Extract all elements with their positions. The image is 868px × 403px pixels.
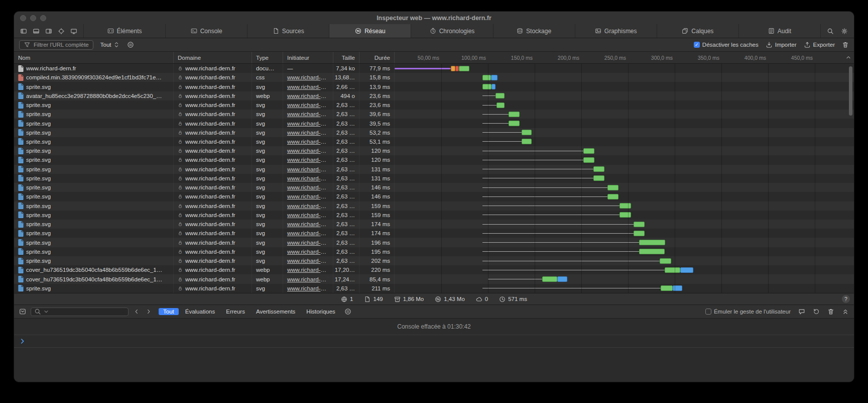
table-row[interactable]: sprite.svgwww.richard-dern.frsvgwww.rich… bbox=[14, 137, 854, 146]
export-button[interactable]: Exporter bbox=[804, 41, 835, 48]
next-result-button[interactable] bbox=[145, 308, 152, 315]
console-prompt[interactable] bbox=[14, 335, 854, 348]
dock-bottom-button[interactable] bbox=[33, 28, 40, 35]
initiator-link[interactable]: www.richard-d… bbox=[287, 74, 329, 80]
table-row[interactable]: www.richard-dern.frwww.richard-dern.frdo… bbox=[14, 64, 854, 73]
table-row[interactable]: sprite.svgwww.richard-dern.frsvgwww.rich… bbox=[14, 284, 854, 293]
tab-graphics[interactable]: Graphismes bbox=[575, 24, 657, 38]
device-settings-button[interactable] bbox=[70, 28, 77, 35]
initiator-link[interactable]: www.richard-d… bbox=[287, 84, 329, 90]
initiator-link[interactable]: www.richard-d… bbox=[287, 184, 329, 190]
table-row[interactable]: compiled.min.38390909f303624ed9e1cf1bd3f… bbox=[14, 73, 854, 82]
resource-type-select[interactable]: Tout bbox=[98, 41, 122, 48]
search-icon[interactable] bbox=[827, 28, 834, 35]
initiator-link[interactable]: www.richard-d… bbox=[287, 258, 329, 264]
minimize-window-button[interactable] bbox=[30, 15, 36, 21]
table-row[interactable]: sprite.svgwww.richard-dern.frsvgwww.rich… bbox=[14, 128, 854, 137]
console-drawer-icon[interactable] bbox=[798, 308, 805, 315]
console-options-icon[interactable] bbox=[344, 308, 351, 315]
tab-audit[interactable]: Audit bbox=[738, 24, 820, 38]
initiator-link[interactable]: www.richard-d… bbox=[287, 285, 329, 291]
table-row[interactable]: sprite.svgwww.richard-dern.frsvgwww.rich… bbox=[14, 247, 854, 256]
table-row[interactable]: sprite.svgwww.richard-dern.frsvgwww.rich… bbox=[14, 229, 854, 238]
initiator-link[interactable]: www.richard-d… bbox=[287, 267, 329, 273]
initiator-link[interactable]: www.richard-d… bbox=[287, 276, 329, 282]
console-empty-area[interactable] bbox=[14, 348, 854, 382]
table-row[interactable]: sprite.svgwww.richard-dern.frsvgwww.rich… bbox=[14, 220, 854, 229]
table-row[interactable]: sprite.svgwww.richard-dern.frsvgwww.rich… bbox=[14, 82, 854, 91]
tab-layers[interactable]: Calques bbox=[657, 24, 738, 38]
gear-icon[interactable] bbox=[841, 28, 848, 35]
table-row[interactable]: sprite.svgwww.richard-dern.frsvgwww.rich… bbox=[14, 238, 854, 247]
tab-network[interactable]: Réseau bbox=[329, 24, 411, 38]
table-row[interactable]: sprite.svgwww.richard-dern.frsvgwww.rich… bbox=[14, 192, 854, 201]
dock-left-button[interactable] bbox=[20, 28, 27, 35]
table-row[interactable]: sprite.svgwww.richard-dern.frsvgwww.rich… bbox=[14, 146, 854, 155]
column-header-initiator[interactable]: Initiateur bbox=[283, 52, 333, 63]
expand-console-icon[interactable] bbox=[842, 308, 849, 315]
column-header-type[interactable]: Type bbox=[252, 52, 283, 63]
table-row[interactable]: sprite.svgwww.richard-dern.frsvgwww.rich… bbox=[14, 155, 854, 164]
table-row[interactable]: cover_hu736519dc3b5040cfa48b6b559b6de6ec… bbox=[14, 265, 854, 274]
emulate-user-gesture-checkbox[interactable]: Émuler le geste de l'utilisateur bbox=[705, 309, 791, 315]
table-row[interactable]: cover_hu736519dc3b5040cfa48b6b559b6de6ec… bbox=[14, 274, 854, 283]
initiator-link[interactable]: www.richard-d… bbox=[287, 157, 329, 163]
initiator-link[interactable]: www.richard-d… bbox=[287, 111, 329, 117]
initiator-link[interactable]: www.richard-d… bbox=[287, 139, 329, 145]
tab-console[interactable]: Console bbox=[165, 24, 247, 38]
tab-storage[interactable]: Stockage bbox=[493, 24, 575, 38]
filter-options-icon[interactable] bbox=[127, 41, 134, 48]
initiator-link[interactable]: www.richard-d… bbox=[287, 193, 329, 199]
initiator-link[interactable]: www.richard-d… bbox=[287, 221, 329, 227]
console-search-input[interactable] bbox=[31, 308, 129, 316]
table-row[interactable]: sprite.svgwww.richard-dern.frsvgwww.rich… bbox=[14, 165, 854, 174]
initiator-link[interactable]: www.richard-d… bbox=[287, 212, 329, 218]
help-button[interactable]: ? bbox=[842, 295, 850, 303]
table-row[interactable]: sprite.svgwww.richard-dern.frsvgwww.rich… bbox=[14, 256, 854, 265]
tab-elements[interactable]: Éléments bbox=[83, 24, 165, 38]
console-scope-erreurs[interactable]: Erreurs bbox=[221, 308, 250, 315]
initiator-link[interactable]: www.richard-d… bbox=[287, 93, 329, 99]
console-scope-avertissements[interactable]: Avertissements bbox=[252, 308, 300, 315]
vertical-scrollbar[interactable] bbox=[849, 66, 852, 116]
table-row[interactable]: sprite.svgwww.richard-dern.frsvgwww.rich… bbox=[14, 174, 854, 183]
column-header-duration[interactable]: Durée bbox=[359, 52, 395, 63]
scroll-top-icon[interactable] bbox=[845, 54, 852, 61]
initiator-link[interactable]: www.richard-d… bbox=[287, 203, 329, 209]
table-row[interactable]: sprite.svgwww.richard-dern.frsvgwww.rich… bbox=[14, 110, 854, 119]
table-row[interactable]: avatar_hu85ecc3e298728880b0bde2dcc4e5c23… bbox=[14, 91, 854, 100]
console-scope-historiques[interactable]: Historiques bbox=[302, 308, 340, 315]
column-header-size[interactable]: Taille bbox=[333, 52, 359, 63]
import-button[interactable]: Importer bbox=[766, 41, 797, 48]
initiator-link[interactable]: www.richard-d… bbox=[287, 130, 329, 136]
zoom-window-button[interactable] bbox=[40, 15, 46, 21]
initiator-link[interactable]: www.richard-d… bbox=[287, 240, 329, 246]
dock-right-button[interactable] bbox=[45, 28, 52, 35]
table-row[interactable]: sprite.svgwww.richard-dern.frsvgwww.rich… bbox=[14, 119, 854, 128]
url-filter-input[interactable]: Filtrer l'URL complète bbox=[19, 40, 93, 50]
table-row[interactable]: sprite.svgwww.richard-dern.frsvgwww.rich… bbox=[14, 201, 854, 211]
initiator-link[interactable]: www.richard-d… bbox=[287, 249, 329, 255]
table-row[interactable]: sprite.svgwww.richard-dern.frsvgwww.rich… bbox=[14, 211, 854, 220]
disable-caches-checkbox[interactable]: ✓ Désactiver les caches bbox=[694, 42, 759, 48]
history-icon[interactable] bbox=[813, 308, 820, 315]
tab-sources[interactable]: Sources bbox=[247, 24, 329, 38]
close-window-button[interactable] bbox=[20, 15, 26, 21]
console-filter-icon[interactable] bbox=[19, 308, 26, 315]
previous-result-button[interactable] bbox=[133, 308, 140, 315]
initiator-link[interactable]: www.richard-d… bbox=[287, 175, 329, 181]
table-row[interactable]: sprite.svgwww.richard-dern.frsvgwww.rich… bbox=[14, 183, 854, 192]
clear-console-icon[interactable] bbox=[827, 308, 834, 315]
clear-network-items-icon[interactable] bbox=[842, 41, 849, 48]
column-header-name[interactable]: Nom bbox=[14, 52, 174, 63]
console-scope-évaluations[interactable]: Évaluations bbox=[181, 308, 219, 315]
tab-timelines[interactable]: Chronologies bbox=[411, 24, 492, 38]
initiator-link[interactable]: www.richard-d… bbox=[287, 230, 329, 236]
initiator-link[interactable]: www.richard-d… bbox=[287, 102, 329, 108]
initiator-link[interactable]: www.richard-d… bbox=[287, 166, 329, 172]
element-picker-button[interactable] bbox=[58, 28, 65, 35]
column-header-domain[interactable]: Domaine bbox=[174, 52, 252, 63]
initiator-link[interactable]: www.richard-d… bbox=[287, 121, 329, 127]
initiator-link[interactable]: www.richard-d… bbox=[287, 148, 329, 154]
console-scope-tout[interactable]: Tout bbox=[159, 308, 179, 315]
